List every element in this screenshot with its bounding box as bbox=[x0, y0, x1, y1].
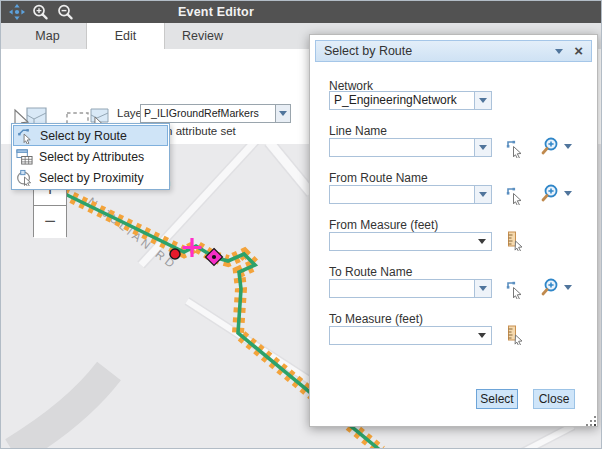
menu-item-select-by-route[interactable]: Select by Route bbox=[13, 125, 168, 146]
from-route-map-pick-icon[interactable] bbox=[505, 185, 525, 205]
network-dropdown-button[interactable] bbox=[474, 91, 492, 110]
wide-road bbox=[13, 371, 109, 449]
app-title: Event Editor bbox=[151, 5, 281, 19]
to-route-zoom-dropdown-arrow[interactable] bbox=[564, 285, 572, 290]
tab-edit[interactable]: Edit bbox=[86, 23, 165, 50]
menu-item-label: Select by Route bbox=[40, 129, 127, 143]
layer-dropdown-button[interactable] bbox=[275, 104, 291, 123]
line-name-map-pick-icon[interactable] bbox=[505, 138, 525, 158]
to-measure-combobox[interactable] bbox=[329, 326, 492, 345]
pan-icon[interactable] bbox=[8, 4, 26, 20]
panel-collapse-icon[interactable] bbox=[555, 49, 563, 54]
to-measure-pick-icon[interactable] bbox=[505, 325, 525, 345]
to-measure-dropdown-arrow[interactable] bbox=[478, 333, 486, 338]
red-point-marker bbox=[170, 249, 180, 259]
menu-item-select-by-attributes[interactable]: Select by Attributes bbox=[13, 146, 168, 167]
from-measure-pick-icon[interactable] bbox=[505, 231, 525, 251]
to-route-name-dropdown-button[interactable] bbox=[474, 279, 492, 298]
to-route-map-pick-icon[interactable] bbox=[505, 279, 525, 299]
to-route-name-combobox[interactable] bbox=[329, 279, 475, 298]
menu-item-select-by-proximity[interactable]: Select by Proximity bbox=[13, 167, 168, 188]
line-name-label: Line Name bbox=[329, 124, 387, 138]
chevron-down-icon bbox=[279, 111, 287, 116]
titlebar: Event Editor bbox=[1, 1, 602, 23]
panel-title: Select by Route bbox=[324, 44, 412, 58]
zoom-in-icon[interactable] bbox=[32, 4, 50, 20]
from-measure-combobox[interactable] bbox=[329, 232, 492, 251]
network-combobox[interactable]: P_EngineeringNetwork bbox=[329, 91, 475, 110]
route-select-icon bbox=[17, 127, 34, 144]
from-route-name-label: From Route Name bbox=[329, 171, 428, 185]
tab-map[interactable]: Map bbox=[9, 23, 86, 49]
from-measure-dropdown-arrow[interactable] bbox=[478, 239, 486, 244]
chevron-down-icon bbox=[479, 98, 487, 103]
attributes-table-icon bbox=[16, 148, 33, 165]
select-dropdown-menu: Select by Route Select by Attributes bbox=[11, 123, 170, 190]
panel-close-icon[interactable]: × bbox=[574, 42, 583, 59]
select-by-route-panel: Select by Route × Network P_EngineeringN… bbox=[309, 34, 598, 427]
to-route-name-label: To Route Name bbox=[329, 265, 412, 279]
panel-header[interactable]: Select by Route × bbox=[315, 40, 592, 62]
to-measure-label: To Measure (feet) bbox=[329, 312, 423, 326]
line-name-zoom-dropdown-arrow[interactable] bbox=[564, 144, 572, 149]
from-route-name-dropdown-button[interactable] bbox=[474, 185, 492, 204]
zoom-out-icon[interactable] bbox=[57, 4, 75, 20]
chevron-down-icon bbox=[479, 286, 487, 291]
line-name-zoom-lookup-icon[interactable] bbox=[540, 136, 560, 156]
menu-item-label: Select by Attributes bbox=[39, 150, 144, 164]
select-button[interactable]: Select bbox=[476, 389, 518, 409]
tab-review[interactable]: Review bbox=[164, 23, 241, 49]
close-button[interactable]: Close bbox=[533, 389, 575, 409]
line-name-combobox[interactable] bbox=[329, 138, 475, 157]
chevron-down-icon bbox=[479, 145, 487, 150]
to-route-zoom-lookup-icon[interactable] bbox=[540, 277, 560, 297]
event-editor-window: Event Editor Map Edit Review Select bbox=[0, 0, 602, 449]
from-route-name-combobox[interactable] bbox=[329, 185, 475, 204]
proximity-circle-icon bbox=[16, 169, 33, 186]
from-route-zoom-lookup-icon[interactable] bbox=[540, 183, 560, 203]
map-zoom-out-button[interactable]: − bbox=[34, 206, 66, 238]
chevron-down-icon bbox=[479, 192, 487, 197]
from-measure-label: From Measure (feet) bbox=[329, 218, 438, 232]
layer-combobox[interactable]: P_ILIGroundRefMarkers bbox=[140, 104, 279, 123]
from-route-zoom-dropdown-arrow[interactable] bbox=[564, 191, 572, 196]
panel-resize-grip[interactable] bbox=[584, 413, 597, 426]
menu-item-label: Select by Proximity bbox=[39, 171, 144, 185]
line-name-dropdown-button[interactable] bbox=[474, 138, 492, 157]
